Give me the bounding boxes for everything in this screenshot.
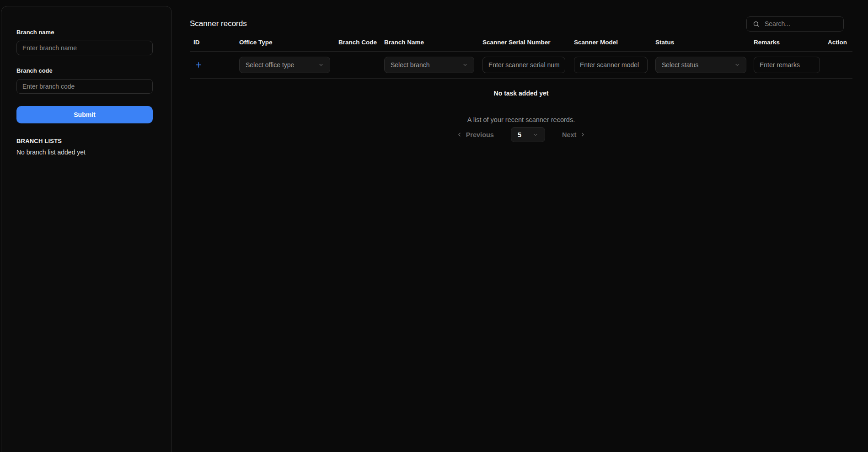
col-header-branch-code: Branch Code xyxy=(335,39,380,46)
previous-button[interactable]: Previous xyxy=(456,131,494,138)
chevron-down-icon xyxy=(734,62,740,68)
page-title: Scanner records xyxy=(190,19,247,28)
col-header-office-type: Office Type xyxy=(236,39,335,46)
chevron-right-icon xyxy=(580,132,586,138)
search-box[interactable] xyxy=(746,16,844,32)
table-caption: A list of your recent scanner records. xyxy=(190,116,852,123)
page-size-value: 5 xyxy=(518,131,521,138)
branch-code-label: Branch code xyxy=(16,67,154,74)
office-type-select-value: Select office type xyxy=(246,61,294,69)
main-header: Scanner records xyxy=(190,15,844,33)
add-record-plus-icon[interactable] xyxy=(194,61,203,69)
chevron-left-icon xyxy=(456,132,462,138)
branch-select-value: Select branch xyxy=(391,61,430,69)
remarks-input[interactable] xyxy=(754,57,820,73)
pagination: Previous 5 Next xyxy=(190,127,852,142)
next-label: Next xyxy=(562,131,576,138)
office-type-select[interactable]: Select office type xyxy=(239,57,330,73)
chevron-down-icon xyxy=(533,132,538,138)
branch-lists-empty-text: No branch list added yet xyxy=(16,149,154,156)
status-select-value: Select status xyxy=(662,61,698,69)
next-button[interactable]: Next xyxy=(562,131,586,138)
col-header-status: Status xyxy=(652,39,750,46)
branch-select[interactable]: Select branch xyxy=(384,57,474,73)
previous-label: Previous xyxy=(466,131,494,138)
empty-state-text: No task added yet xyxy=(190,90,852,97)
col-header-action: Action xyxy=(824,39,852,46)
search-icon xyxy=(753,21,760,27)
branch-name-input[interactable] xyxy=(16,41,153,55)
branch-lists-heading: BRANCH LISTS xyxy=(16,138,154,144)
main-content: Scanner records ID Office Type Branch Co… xyxy=(172,0,868,452)
status-select[interactable]: Select status xyxy=(655,57,746,73)
col-header-branch-name: Branch Name xyxy=(380,39,479,46)
new-record-row: Select office type Select branch xyxy=(190,52,852,79)
table-header-row: ID Office Type Branch Code Branch Name S… xyxy=(190,33,852,52)
branch-code-input[interactable] xyxy=(16,79,153,94)
scanner-model-input[interactable] xyxy=(574,57,648,73)
col-header-scanner-model: Scanner Model xyxy=(570,39,652,46)
submit-button[interactable]: Submit xyxy=(16,106,153,123)
chevron-down-icon xyxy=(318,62,324,68)
page-size-select[interactable]: 5 xyxy=(511,127,545,142)
scanner-records-table: ID Office Type Branch Code Branch Name S… xyxy=(190,33,852,142)
col-header-id: ID xyxy=(190,39,236,46)
app-window: Branch name Branch code Submit BRANCH LI… xyxy=(0,0,868,452)
col-header-scanner-serial-number: Scanner Serial Number xyxy=(479,39,570,46)
search-input[interactable] xyxy=(764,20,839,28)
col-header-remarks: Remarks xyxy=(750,39,824,46)
branch-sidebar: Branch name Branch code Submit BRANCH LI… xyxy=(1,6,172,452)
chevron-down-icon xyxy=(462,62,468,68)
branch-name-label: Branch name xyxy=(16,29,154,36)
scanner-serial-input[interactable] xyxy=(482,57,565,73)
